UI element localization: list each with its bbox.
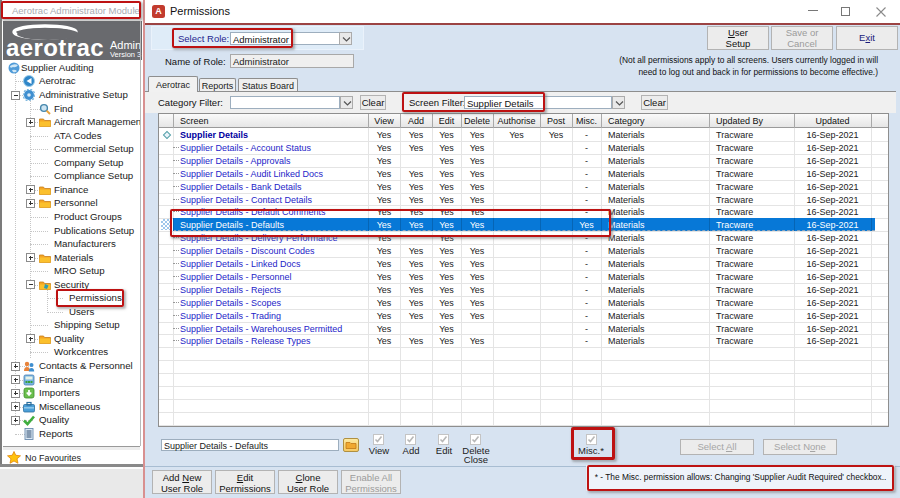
svg-text:aerotrac: aerotrac (6, 34, 104, 60)
svg-text:Version 3: Version 3 (110, 50, 141, 59)
